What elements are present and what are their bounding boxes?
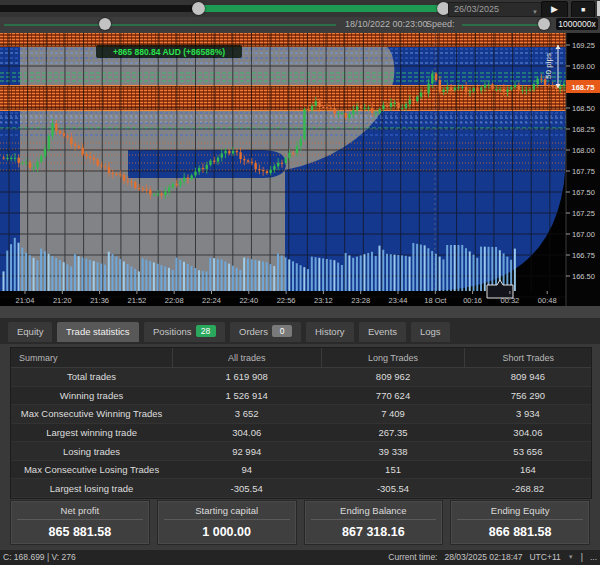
time-slider-track[interactable]	[4, 24, 336, 26]
svg-text:23:28: 23:28	[351, 296, 370, 305]
speed-slider-handle[interactable]	[538, 18, 550, 30]
timezone-selector[interactable]: UTC+11	[529, 550, 560, 565]
svg-text:21:36: 21:36	[90, 296, 109, 305]
chart-canvas: +865 880.84 AUD (+86588%)50 pips169.2516…	[0, 33, 600, 306]
price-chart[interactable]: +865 880.84 AUD (+86588%)50 pips169.2516…	[0, 33, 600, 306]
playback-toolbar: 26/03/2025 ▼ ▶ ■	[0, 0, 600, 17]
table-cell: 92 994	[172, 442, 321, 461]
svg-text:167.25: 167.25	[572, 209, 595, 218]
svg-text:00:32: 00:32	[501, 296, 520, 305]
table-cell: 164	[465, 460, 591, 479]
tab-label: Orders	[239, 326, 268, 337]
card-label: Ending Balance	[311, 501, 437, 520]
table-row: Total trades1 619 908809 962809 946	[11, 368, 591, 387]
svg-text:167.50: 167.50	[572, 188, 595, 197]
table-cell: 304.06	[172, 423, 321, 442]
card-label: Ending Equity	[457, 501, 583, 520]
table-cell: 3 934	[465, 405, 591, 424]
time-slider-handle[interactable]	[99, 18, 111, 30]
table-cell: 756 290	[465, 386, 591, 405]
date-dropdown[interactable]: 26/03/2025 ▼	[448, 2, 543, 17]
svg-text:22:24: 22:24	[202, 296, 221, 305]
summary-card-starting-capital: Starting capital1 000.00	[157, 500, 297, 545]
tab-count-badge: 0	[272, 325, 292, 337]
card-value: 865 881.58	[11, 520, 149, 539]
svg-text:168.25: 168.25	[572, 125, 595, 134]
status-more-button[interactable]: ...	[590, 550, 597, 565]
table-row: Largest winning trade304.06267.35304.06	[11, 423, 591, 442]
current-datetime-label: 18/10/2022 00:23:00	[345, 19, 428, 29]
card-value: 866 881.58	[451, 520, 589, 539]
table-cell: -305.54	[172, 479, 321, 498]
speed-slider-track[interactable]	[462, 24, 544, 26]
svg-text:168.75: 168.75	[572, 83, 595, 92]
table-cell: Largest winning trade	[11, 423, 172, 442]
svg-text:+865 880.84 AUD (+86588%): +865 880.84 AUD (+86588%)	[113, 47, 225, 57]
table-cell: 7 409	[321, 405, 465, 424]
table-cell: 304.06	[465, 423, 591, 442]
column-header: Summary	[11, 348, 172, 368]
card-value: 1 000.00	[158, 520, 296, 539]
svg-text:21:20: 21:20	[53, 296, 72, 305]
price-axis: 169.25169.00168.50168.25168.00167.75167.…	[566, 33, 600, 306]
table-row: Winning trades1 526 914770 624756 290	[11, 386, 591, 405]
tab-label: Events	[368, 326, 397, 337]
stop-button[interactable]: ■	[571, 1, 595, 18]
svg-text:167.00: 167.00	[572, 230, 595, 239]
svg-text:23:44: 23:44	[389, 296, 408, 305]
table-cell: 39 338	[321, 442, 465, 461]
table-row: Max Consecutive Winning Trades3 6527 409…	[11, 405, 591, 424]
table-cell: -268.82	[465, 479, 591, 498]
svg-text:23:12: 23:12	[314, 296, 333, 305]
svg-text:22:08: 22:08	[165, 296, 184, 305]
tab-orders[interactable]: Orders0	[230, 322, 301, 342]
table-cell: Max Consecutive Losing Trades	[11, 460, 172, 479]
current-price-tag: 168.75	[566, 80, 600, 93]
tab-positions[interactable]: Positions28	[144, 322, 225, 342]
tab-logs[interactable]: Logs	[411, 322, 450, 342]
time-speed-toolbar: 18/10/2022 00:23:00 Speed: 1000000x	[0, 17, 600, 33]
table-cell: 809 946	[465, 368, 591, 387]
tab-equity[interactable]: Equity	[8, 322, 52, 342]
svg-text:166.75: 166.75	[572, 251, 595, 260]
svg-text:00:48: 00:48	[538, 296, 557, 305]
trade-statistics-panel: SummaryAll tradesLong TradesShort Trades…	[10, 347, 592, 499]
card-value: 867 318.16	[305, 520, 443, 539]
trade-statistics-table: SummaryAll tradesLong TradesShort Trades…	[11, 348, 591, 498]
table-row: Largest losing trade-305.54-305.54-268.8…	[11, 479, 591, 498]
table-row: Max Consecutive Losing Trades94151164	[11, 460, 591, 479]
table-cell: 3 652	[172, 405, 321, 424]
svg-text:168.00: 168.00	[572, 146, 595, 155]
card-label: Starting capital	[164, 501, 290, 520]
stop-icon: ■	[581, 6, 585, 13]
profit-badge: +865 880.84 AUD (+86588%)	[96, 45, 242, 58]
chevron-down-icon[interactable]: ▼	[568, 550, 574, 565]
table-cell: -305.54	[321, 479, 465, 498]
tab-label: Equity	[17, 326, 43, 337]
bottom-panel-tabbar: EquityTrade statisticsPositions28Orders0…	[0, 318, 600, 344]
speed-value[interactable]: 1000000x	[556, 18, 598, 30]
summary-card-net-profit: Net profit865 881.58	[10, 500, 150, 545]
summary-card-ending-equity: Ending Equity866 881.58	[450, 500, 590, 545]
application-window: 26/03/2025 ▼ ▶ ■ 18/10/2022 00:23:00 Spe…	[0, 0, 600, 565]
svg-text:169.25: 169.25	[572, 41, 595, 50]
table-cell: Winning trades	[11, 386, 172, 405]
svg-text:166.50: 166.50	[572, 272, 595, 281]
play-button[interactable]: ▶	[541, 1, 568, 18]
tab-label: Positions	[153, 326, 192, 337]
table-cell: 267.35	[321, 423, 465, 442]
svg-text:21:04: 21:04	[16, 296, 35, 305]
table-cell: 1 526 914	[172, 386, 321, 405]
tab-history[interactable]: History	[306, 322, 354, 342]
svg-text:169.00: 169.00	[572, 62, 595, 71]
table-cell: 151	[321, 460, 465, 479]
tab-label: Logs	[420, 326, 441, 337]
tab-events[interactable]: Events	[359, 322, 406, 342]
tab-trade-statistics[interactable]: Trade statistics	[57, 322, 139, 342]
playback-range-start-handle[interactable]	[192, 2, 205, 15]
table-cell: 94	[172, 460, 321, 479]
svg-text:00:16: 00:16	[463, 296, 482, 305]
summary-cards: Net profit865 881.58Starting capital1 00…	[10, 500, 590, 545]
quote-status-label: C: 168.699 | V: 276	[3, 550, 76, 565]
table-cell: Losing trades	[11, 442, 172, 461]
